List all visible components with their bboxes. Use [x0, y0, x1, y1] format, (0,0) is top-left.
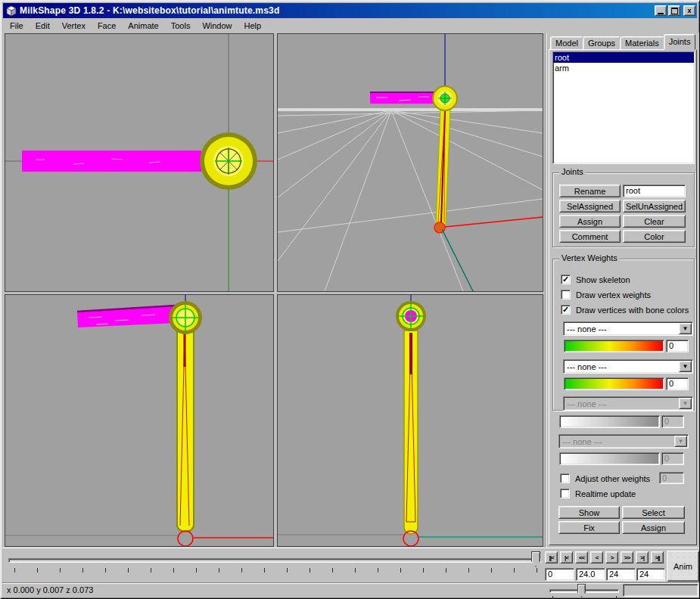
menu-face[interactable]: Face — [92, 20, 122, 31]
end-frame-field[interactable]: 24 — [636, 568, 665, 581]
anim-mode-toggle[interactable]: Anim — [667, 551, 699, 582]
viewport-top-left-scene — [5, 34, 273, 291]
viewport-vertical-splitter[interactable] — [274, 33, 277, 547]
next-frame-button[interactable]: > — [605, 551, 618, 563]
viewport-front[interactable] — [5, 294, 274, 547]
viewport-perspective[interactable] — [277, 33, 543, 292]
weight-gradient-4 — [559, 452, 660, 465]
maximize-button[interactable] — [668, 5, 680, 16]
arm-mesh — [77, 306, 176, 327]
joint-list-item-arm[interactable]: arm — [553, 63, 694, 73]
root-joint — [169, 301, 202, 334]
joint-list[interactable]: root arm — [552, 51, 695, 164]
viewport-side-scene — [278, 295, 543, 546]
tab-materials[interactable]: Materials — [620, 36, 664, 50]
close-button[interactable]: x — [683, 5, 695, 16]
weight-value-1[interactable]: 0 — [666, 340, 689, 352]
draw-vertex-weights-label: Draw vertex weights — [576, 290, 651, 300]
last-frame-button[interactable]: >|| — [651, 551, 664, 563]
menu-vertex[interactable]: Vertex — [56, 20, 92, 31]
menu-animate[interactable]: Animate — [122, 20, 164, 31]
joint-assign-button[interactable]: Assign — [559, 215, 621, 228]
bone-combo-4-value: --- none --- — [559, 437, 674, 446]
close-icon: x — [687, 7, 691, 14]
timeline-track[interactable] — [8, 558, 541, 563]
viewport-top-left[interactable] — [5, 33, 274, 292]
weight-gradient-2[interactable] — [564, 377, 664, 390]
weight-value-2[interactable]: 0 — [666, 377, 689, 390]
viewport-side[interactable] — [277, 294, 543, 547]
joint-list-item-root[interactable]: root — [553, 52, 694, 63]
draw-vertex-weights-checkbox[interactable] — [561, 290, 571, 300]
menu-edit[interactable]: Edit — [30, 20, 56, 31]
realtime-update-row: Realtime update — [560, 489, 636, 498]
assign-button[interactable]: Assign — [622, 521, 685, 534]
animation-bar: ||< |< << < > >> >| >|| 0 24.0 24 24 Ani… — [2, 548, 699, 582]
select-button[interactable]: Select — [622, 506, 685, 519]
arm-mesh — [22, 151, 201, 172]
draw-bone-colors-checkbox[interactable] — [561, 305, 571, 315]
menu-bar: File Edit Vertex Face Animate Tools Wind… — [4, 20, 698, 32]
comment-button[interactable]: Comment — [559, 230, 621, 243]
menu-file[interactable]: File — [4, 20, 30, 31]
speed-slider-thumb[interactable] — [577, 584, 586, 597]
bone-mesh — [177, 331, 194, 532]
tab-groups[interactable]: Groups — [583, 36, 621, 50]
rename-button[interactable]: Rename — [559, 185, 621, 197]
arm-mesh — [370, 92, 440, 104]
chevron-down-icon: ▼ — [679, 398, 692, 409]
chevron-down-icon[interactable]: ▼ — [679, 361, 692, 372]
tab-model[interactable]: Model — [550, 36, 583, 50]
menu-tools[interactable]: Tools — [165, 20, 197, 31]
joints-tab-page: root arm Joints Rename root SelAssigned … — [549, 49, 697, 545]
weight-value-3: 0 — [661, 415, 684, 428]
bone-combo-2[interactable]: --- none --- ▼ — [563, 359, 693, 374]
bone-combo-2-value: --- none --- — [564, 362, 679, 371]
draw-vertex-weights-row: Draw vertex weights — [561, 290, 651, 300]
joints-groupbox: Joints Rename root SelAssigned SelUnAssi… — [552, 172, 695, 247]
chevron-down-icon: ▼ — [674, 436, 687, 447]
title-bar[interactable]: MilkShape 3D 1.8.2 - K:\websitebox\tutor… — [3, 3, 697, 18]
side-panel: Model Groups Materials Joints root arm J… — [545, 33, 699, 548]
tab-joints[interactable]: Joints — [664, 34, 696, 50]
joint-clear-button[interactable]: Clear — [623, 215, 686, 228]
minimize-icon — [658, 13, 664, 14]
root-joint — [396, 301, 426, 331]
viewport-perspective-scene — [278, 34, 543, 291]
app-cube-icon — [5, 5, 17, 17]
fast-rewind-button[interactable]: << — [575, 551, 588, 563]
bone-combo-1-value: --- none --- — [564, 324, 679, 334]
next-keyframe-button[interactable]: >| — [636, 551, 649, 563]
draw-bone-colors-label: Draw vertices with bone colors — [576, 306, 689, 315]
status-bar: x 0.000 y 0.007 z 0.073 — [2, 582, 699, 597]
menu-window[interactable]: Window — [196, 20, 238, 31]
realtime-update-checkbox[interactable] — [560, 489, 570, 498]
menu-help[interactable]: Help — [238, 20, 268, 31]
prev-keyframe-button[interactable]: |< — [560, 551, 573, 563]
bone-mesh — [404, 331, 418, 534]
sel-assigned-button[interactable]: SelAssigned — [559, 200, 621, 213]
total-frames-field[interactable]: 24 — [606, 568, 636, 581]
show-button[interactable]: Show — [558, 506, 620, 519]
prev-frame-button[interactable]: < — [590, 551, 603, 563]
fast-forward-button[interactable]: >> — [621, 551, 633, 563]
fps-field[interactable]: 24.0 — [576, 568, 605, 581]
color-button[interactable]: Color — [623, 230, 686, 243]
app-window: MilkShape 3D 1.8.2 - K:\websitebox\tutor… — [0, 0, 700, 599]
bone-combo-1[interactable]: --- none --- ▼ — [563, 321, 693, 336]
show-skeleton-checkbox[interactable] — [561, 275, 571, 284]
minimize-button[interactable] — [655, 5, 667, 16]
panel-tabs: Model Groups Materials Joints — [550, 34, 695, 50]
fix-button[interactable]: Fix — [558, 521, 620, 534]
viewport-horizontal-splitter[interactable] — [5, 292, 543, 294]
chevron-down-icon[interactable]: ▼ — [679, 323, 692, 334]
current-frame-field[interactable]: 0 — [545, 568, 574, 581]
weight-gradient-1[interactable] — [564, 340, 664, 352]
first-frame-button[interactable]: ||< — [545, 551, 558, 563]
weight-value-4: 0 — [661, 452, 684, 465]
adjust-other-weights-checkbox[interactable] — [560, 473, 570, 483]
joint-name-field[interactable]: root — [623, 185, 686, 197]
sel-unassigned-button[interactable]: SelUnAssigned — [623, 200, 686, 213]
timeline-thumb[interactable] — [531, 551, 540, 567]
coordinates-readout: x 0.000 y 0.007 z 0.073 — [7, 585, 93, 594]
